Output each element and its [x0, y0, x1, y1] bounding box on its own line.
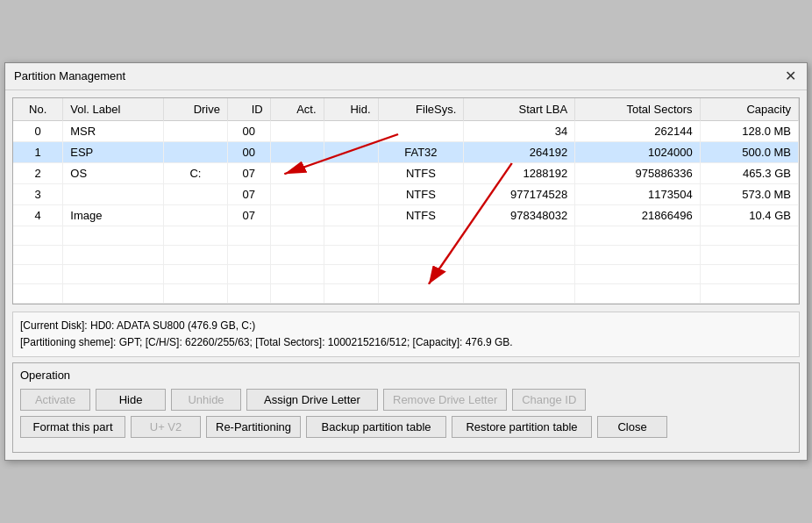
- operation-row2: Format this part U+ V2 Re-Partitioning B…: [20, 416, 792, 438]
- table-row[interactable]: 1ESP00FAT322641921024000500.0 MB: [13, 141, 799, 162]
- table-row[interactable]: 4Image07NTFS9783480322186649610.4 GB: [13, 204, 799, 226]
- operation-row1: Activate Hide Unhide Assign Drive Letter…: [20, 389, 792, 411]
- col-header-start-lba: Start LBA: [464, 98, 575, 121]
- col-header-drive: Drive: [163, 98, 227, 121]
- table-row[interactable]: 307NTFS9771745281173504573.0 MB: [13, 183, 799, 204]
- remove-drive-letter-button[interactable]: Remove Drive Letter: [383, 389, 507, 411]
- uv2-button[interactable]: U+ V2: [131, 416, 201, 438]
- col-header-filesys: FileSys.: [378, 98, 464, 121]
- activate-button[interactable]: Activate: [20, 389, 90, 411]
- repartitioning-button[interactable]: Re-Partitioning: [206, 416, 301, 438]
- hide-button[interactable]: Hide: [96, 389, 166, 411]
- col-header-id: ID: [228, 98, 271, 121]
- operation-area: Operation Activate Hide Unhide Assign Dr…: [12, 362, 800, 453]
- partition-table-area: No. Vol. Label Drive ID Act. Hid. FileSy…: [12, 97, 800, 304]
- change-id-button[interactable]: Change ID: [512, 389, 586, 411]
- window-title: Partition Management: [14, 69, 125, 82]
- col-header-no: No.: [13, 98, 63, 121]
- col-header-total-sectors: Total Sectors: [575, 98, 700, 121]
- table-empty-row: [13, 264, 799, 283]
- table-empty-row: [13, 245, 799, 264]
- table-row[interactable]: 0MSR0034262144128.0 MB: [13, 120, 799, 141]
- disk-info-line1: [Current Disk]: HD0: ADATA SU800 (476.9 …: [20, 318, 792, 334]
- col-header-vol-label: Vol. Label: [63, 98, 164, 121]
- assign-drive-letter-button[interactable]: Assign Drive Letter: [246, 389, 378, 411]
- table-empty-row: [13, 226, 799, 245]
- col-header-hid: Hid.: [324, 98, 378, 121]
- partition-management-window: Partition Management ✕ No. Vol. Label Dr…: [4, 62, 808, 461]
- table-empty-row: [13, 283, 799, 303]
- restore-partition-table-button[interactable]: Restore partition table: [452, 416, 592, 438]
- operation-label: Operation: [20, 369, 792, 382]
- format-partition-button[interactable]: Format this part: [20, 416, 125, 438]
- table-row[interactable]: 2OSC:07NTFS1288192975886336465.3 GB: [13, 162, 799, 183]
- col-header-capacity: Capacity: [700, 98, 798, 121]
- backup-partition-table-button[interactable]: Backup partition table: [306, 416, 446, 438]
- close-button[interactable]: Close: [597, 416, 667, 438]
- unhide-button[interactable]: Unhide: [171, 389, 241, 411]
- col-header-act: Act.: [270, 98, 324, 121]
- partition-table: No. Vol. Label Drive ID Act. Hid. FileSy…: [13, 98, 799, 304]
- disk-info-area: [Current Disk]: HD0: ADATA SU800 (476.9 …: [12, 312, 800, 357]
- disk-info-line2: [Partitioning sheme]: GPT; [C/H/S]: 6226…: [20, 334, 792, 351]
- title-bar: Partition Management ✕: [5, 63, 807, 90]
- table-header-row: No. Vol. Label Drive ID Act. Hid. FileSy…: [13, 98, 799, 121]
- close-window-button[interactable]: ✕: [782, 68, 798, 84]
